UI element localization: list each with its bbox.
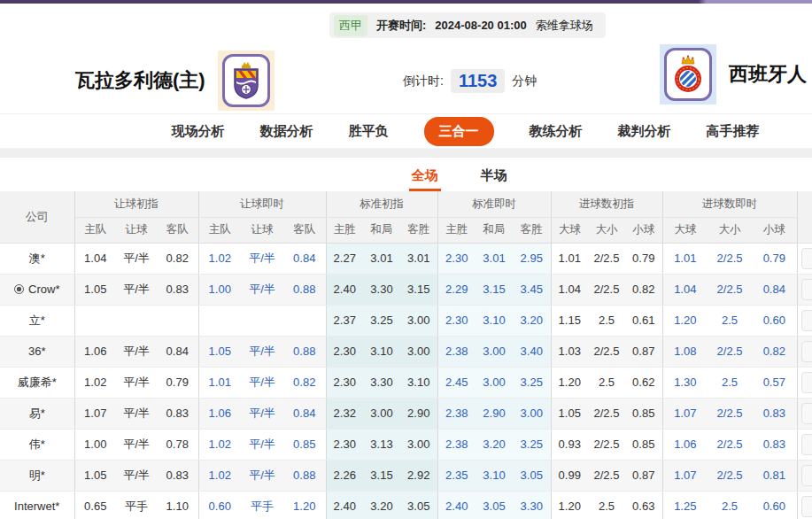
odds-cell: 2.38 [437, 429, 476, 460]
odds-cell: 1.06 [662, 429, 708, 460]
odds-cell: 1.04 [662, 274, 708, 305]
odds-cell: 3.15 [400, 274, 437, 305]
odds-cell: 3.45 [513, 274, 551, 305]
odds-cell: 3.05 [476, 491, 513, 519]
odds-cell: 平/半 [116, 367, 157, 398]
row-action-button[interactable] [801, 434, 812, 455]
period-tab-2[interactable]: 半场 [478, 167, 510, 191]
odds-subheader: 主队 [74, 217, 116, 243]
odds-cell: 3.00 [476, 367, 513, 398]
period-tab-1[interactable]: 全场 [409, 167, 441, 191]
odds-cell: 2.38 [437, 398, 476, 429]
odds-cell: 2.27 [326, 243, 363, 274]
odds-cell: 3.30 [513, 491, 551, 519]
odds-cell: 3.00 [513, 398, 551, 429]
odds-cell: 1.06 [74, 336, 116, 367]
odds-cell: 0.79 [625, 243, 662, 274]
row-action-button[interactable] [801, 465, 812, 486]
odds-cell: 0.85 [625, 398, 662, 429]
odds-cell: 0.85 [625, 429, 662, 460]
odds-cell: 1.20 [551, 367, 588, 398]
odds-cell: 3.10 [476, 460, 513, 491]
odds-cell: 0.60 [752, 305, 797, 336]
nav-tab-6[interactable]: 裁判分析 [618, 123, 671, 140]
odds-subheader: 大球 [662, 217, 708, 243]
company-cell: Interwet* [0, 491, 74, 519]
odds-cell: 2.30 [326, 367, 363, 398]
odds-cell: 1.02 [198, 460, 241, 491]
odds-cell: 1.25 [662, 491, 708, 519]
odds-cell: 0.79 [157, 367, 198, 398]
odds-cell: 0.99 [551, 460, 588, 491]
odds-cell [283, 305, 326, 336]
odds-cell: 3.15 [363, 460, 400, 491]
odds-subheader: 和局 [476, 217, 513, 243]
clipped-cell [797, 398, 812, 429]
odds-group-header: 进球数初指 [551, 191, 662, 217]
odds-group-header: 进球数即时 [662, 191, 797, 217]
odds-cell: 2/2.5 [588, 460, 625, 491]
odds-cell: 0.84 [157, 336, 198, 367]
football-icon [14, 284, 24, 294]
odds-group-header: 标准初指 [326, 191, 437, 217]
odds-cell: 3.05 [513, 460, 551, 491]
clipped-cell [797, 491, 812, 519]
clipped-cell [797, 460, 812, 491]
odds-cell: 3.10 [476, 305, 513, 336]
odds-cell: 2.32 [326, 398, 363, 429]
odds-cell: 0.63 [625, 491, 662, 519]
odds-cell: 2/2.5 [708, 243, 752, 274]
odds-group-header: 标准即时 [437, 191, 551, 217]
row-action-button[interactable] [801, 403, 812, 424]
nav-tab-3[interactable]: 胜平负 [349, 123, 389, 140]
away-team-logo [660, 44, 716, 105]
nav-tab-4[interactable]: 三合一 [424, 117, 494, 146]
odds-cell: 1.05 [551, 398, 588, 429]
nav-tab-5[interactable]: 教练分析 [530, 123, 583, 140]
odds-cell: 0.81 [752, 460, 797, 491]
odds-cell: 1.04 [74, 243, 116, 274]
odds-cell: 平/半 [116, 243, 157, 274]
odds-cell: 1.06 [198, 398, 241, 429]
kickoff-time: 2024-08-20 01:00 [435, 19, 526, 32]
odds-cell: 0.83 [157, 274, 198, 305]
odds-group-header: 让球初指 [74, 191, 198, 217]
odds-cell: 3.10 [363, 336, 400, 367]
row-action-button[interactable] [801, 496, 812, 517]
home-team-logo [218, 50, 275, 111]
company-cell: 明* [0, 460, 74, 491]
odds-cell: 1.04 [551, 274, 588, 305]
odds-subheader: 让球 [116, 217, 157, 243]
venue-name: 索维拿球场 [536, 18, 593, 34]
odds-cell: 3.10 [400, 367, 437, 398]
nav-tab-7[interactable]: 高手推荐 [707, 123, 760, 140]
row-action-button[interactable] [801, 341, 812, 362]
odds-subheader: 客胜 [400, 217, 437, 243]
row-action-button[interactable] [801, 372, 812, 393]
nav-tab-2[interactable]: 数据分析 [260, 123, 313, 140]
odds-cell: 1.20 [283, 491, 326, 519]
odds-cell: 平/半 [116, 429, 157, 460]
odds-cell: 1.00 [198, 274, 241, 305]
odds-row: Interwet*0.65平手1.100.60平手1.202.403.203.0… [0, 491, 812, 519]
odds-cell [241, 305, 283, 336]
nav-tab-1[interactable]: 现场分析 [172, 123, 225, 140]
odds-cell: 平/半 [241, 398, 283, 429]
odds-cell [74, 305, 116, 336]
company-cell: 伟* [0, 429, 74, 460]
odds-cell: 2/2.5 [588, 429, 625, 460]
odds-cell: 0.88 [283, 460, 326, 491]
row-action-button[interactable] [801, 248, 812, 269]
odds-cell: 1.07 [662, 398, 708, 429]
row-action-button[interactable] [801, 310, 812, 331]
odds-cell: 3.01 [363, 243, 400, 274]
row-action-button[interactable] [801, 279, 812, 300]
odds-subheader: 小球 [752, 217, 797, 243]
clipped-cell [797, 305, 812, 336]
odds-row: 易*1.07平/半0.831.06平/半0.842.323.002.902.38… [0, 398, 812, 429]
odds-cell: 3.05 [400, 491, 437, 519]
odds-row: 伟*1.00平/半0.781.02平/半0.852.303.133.002.38… [0, 429, 812, 460]
odds-cell: 1.05 [198, 336, 241, 367]
odds-cell: 2.30 [437, 305, 476, 336]
odds-cell: 2/2.5 [708, 460, 752, 491]
